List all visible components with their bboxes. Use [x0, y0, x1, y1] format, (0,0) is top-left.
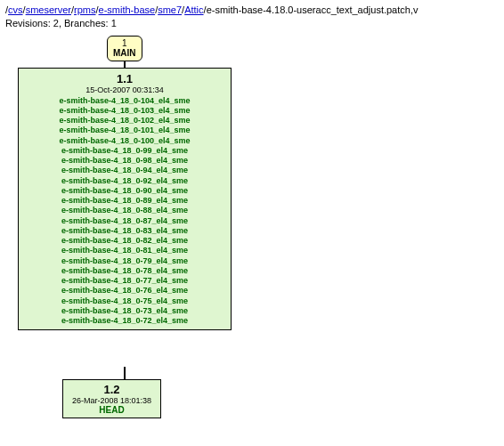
revision-tag: e-smith-base-4_18_0-100_el4_sme: [26, 136, 224, 146]
path-seg-cvs[interactable]: cvs: [8, 4, 23, 15]
revision-date: 15-Oct-2007 00:31:34: [26, 85, 224, 94]
branches-label: , Branches:: [59, 18, 111, 28]
branch-number: 1: [113, 38, 136, 49]
path-seg-rpms[interactable]: rpms: [74, 4, 95, 15]
head-label: HEAD: [72, 405, 151, 415]
path-seg-sme7[interactable]: sme7: [158, 4, 182, 15]
revision-tag: e-smith-base-4_18_0-99_el4_sme: [26, 146, 224, 156]
revisions-label: Revisions:: [5, 18, 53, 28]
revision-number: 1.1: [26, 72, 224, 85]
revision-tag: e-smith-base-4_18_0-94_el4_sme: [26, 166, 224, 175]
revision-tag: e-smith-base-4_18_0-78_el4_sme: [26, 266, 224, 276]
path-seg-smeserver[interactable]: smeserver: [26, 4, 71, 15]
revision-date: 26-Mar-2008 18:01:38: [72, 396, 151, 405]
revision-tag: e-smith-base-4_18_0-76_el4_sme: [26, 286, 224, 296]
revision-tag: e-smith-base-4_18_0-81_el4_sme: [26, 246, 224, 255]
revision-tag: e-smith-base-4_18_0-72_el4_sme: [26, 316, 224, 326]
revision-tag: e-smith-base-4_18_0-102_el4_sme: [26, 116, 224, 126]
path-seg-attic[interactable]: Attic: [184, 4, 203, 15]
path-seg-base[interactable]: e-smith-base: [99, 4, 156, 15]
revision-tag: e-smith-base-4_18_0-88_el4_sme: [26, 206, 224, 215]
header: /cvs/smeserver/rpms/e-smith-base/sme7/At…: [0, 0, 504, 32]
revision-tag: e-smith-base-4_18_0-89_el4_sme: [26, 196, 224, 206]
revision-tag: e-smith-base-4_18_0-75_el4_sme: [26, 296, 224, 306]
graph-area: 1 MAIN 1.1 15-Oct-2007 00:31:34 e-smith-…: [0, 32, 504, 442]
connector: [124, 367, 126, 379]
revision-tag: e-smith-base-4_18_0-73_el4_sme: [26, 306, 224, 316]
revision-node-1-2[interactable]: 1.2 26-Mar-2008 18:01:38 HEAD: [62, 379, 161, 418]
revision-tag: e-smith-base-4_18_0-77_el4_sme: [26, 276, 224, 286]
revision-tag: e-smith-base-4_18_0-83_el4_sme: [26, 226, 224, 236]
revision-number: 1.2: [72, 383, 151, 396]
revision-tag: e-smith-base-4_18_0-79_el4_sme: [26, 256, 224, 266]
branches-value: 1: [111, 18, 117, 28]
revision-tag: e-smith-base-4_18_0-104_el4_sme: [26, 96, 224, 106]
revision-tag: e-smith-base-4_18_0-101_el4_sme: [26, 126, 224, 135]
revision-tags: e-smith-base-4_18_0-104_el4_smee-smith-b…: [26, 96, 224, 327]
revision-tag: e-smith-base-4_18_0-98_el4_sme: [26, 156, 224, 166]
revision-tag: e-smith-base-4_18_0-82_el4_sme: [26, 236, 224, 246]
revision-node-1-1[interactable]: 1.1 15-Oct-2007 00:31:34 e-smith-base-4_…: [18, 68, 232, 331]
branch-node-main[interactable]: 1 MAIN: [107, 36, 142, 61]
path-file: e-smith-base-4.18.0-useracc_text_adjust.…: [207, 4, 419, 15]
revision-tag: e-smith-base-4_18_0-92_el4_sme: [26, 176, 224, 186]
revision-tag: e-smith-base-4_18_0-90_el4_sme: [26, 186, 224, 196]
revision-tag: e-smith-base-4_18_0-103_el4_sme: [26, 106, 224, 116]
revision-tag: e-smith-base-4_18_0-87_el4_sme: [26, 216, 224, 226]
branch-name: MAIN: [113, 48, 136, 59]
